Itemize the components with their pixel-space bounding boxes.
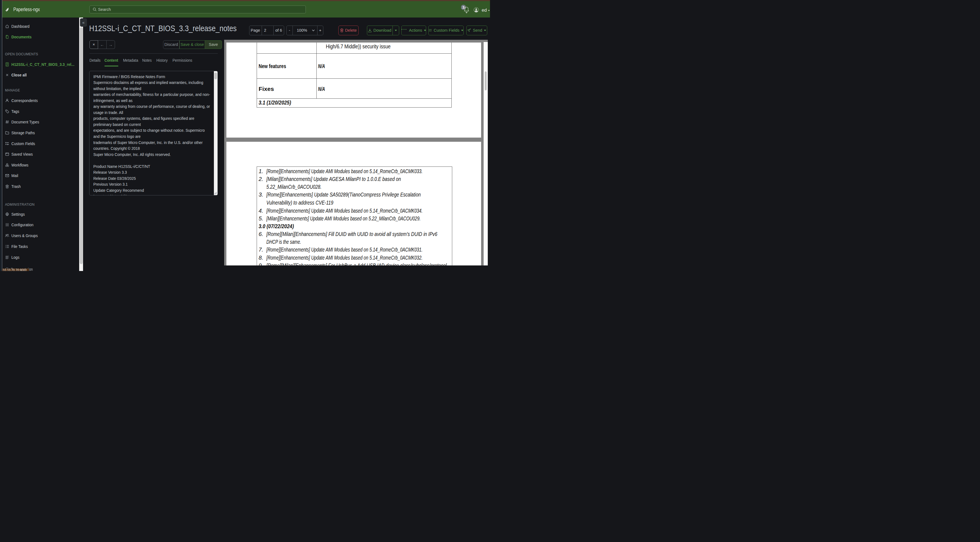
svg-text:3: 3	[463, 5, 465, 10]
